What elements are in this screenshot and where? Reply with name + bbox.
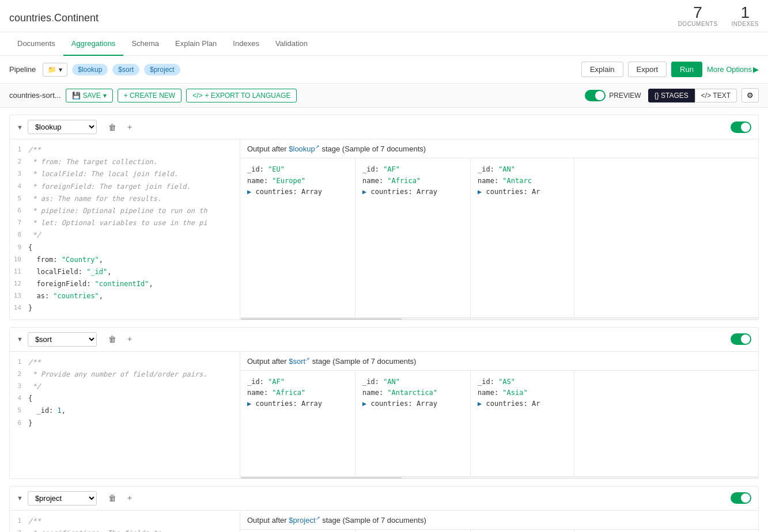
pipeline-name-left: countries-sort... 💾 SAVE ▾ + CREATE NEW … [9,89,297,102]
doc-card: _id: "EU" name: "Europe" ▶ countries: Ar… [240,158,355,317]
toolbar-right: Explain Export Run More Options ▶ [581,62,759,77]
save-dropdown-icon: ▾ [103,92,107,100]
export-button[interactable]: Export [628,62,667,77]
tab-explain-plan[interactable]: Explain Plan [167,32,225,56]
indexes-stat: 1 INDEXES [732,5,759,27]
stage-project-add[interactable]: ＋ [123,492,136,504]
documents-count: 7 [678,5,718,21]
pipeline-folder-button[interactable]: 📁 ▾ [43,63,67,77]
stage-sort-docs: _id: "AF" name: "Africa" ▶ countries: Ar… [240,371,758,476]
stage-lookup-collapse[interactable]: ▼ [17,124,23,131]
app-header: countries.Continent 7 DOCUMENTS 1 INDEXE… [0,0,768,32]
stage-lookup-container: ▼ $lookup 🗑 ＋ 1/** 2 * from: The target … [9,115,759,320]
stage-project-collapse[interactable]: ▼ [17,495,23,501]
stage-lookup-toggle[interactable] [731,121,751,133]
stage-lookup-output: Output after $lookup↗ stage (Sample of 7… [240,139,758,320]
stage-lookup-actions: 🗑 ＋ [106,121,136,134]
pipeline-label: Pipeline [9,65,36,74]
gear-icon: ⚙ [747,91,754,100]
pipeline-name-bar: countries-sort... 💾 SAVE ▾ + CREATE NEW … [0,83,768,108]
folder-icon: 📁 [48,66,56,74]
pipeline-name: countries-sort... [9,91,61,100]
toolbar: Pipeline 📁 ▾ $lookup $sort $project Expl… [0,56,768,83]
folder-dropdown-icon: ▾ [59,66,62,74]
stage-sort-output-header: Output after $sort↗ stage (Sample of 7 d… [240,352,758,371]
stage-lookup-editor[interactable]: 1/** 2 * from: The target collection. 3 … [10,139,240,320]
stage-badge-project[interactable]: $project [144,64,180,75]
text-label: TEXT [713,92,731,100]
save-button[interactable]: 💾 SAVE ▾ [66,89,113,102]
stage-project-output: Output after $project↗ stage (Sample of … [240,511,758,532]
tab-validation[interactable]: Validation [267,32,316,56]
stage-project-editor[interactable]: 1/** 2 * specifications: The fields to 3… [10,511,240,532]
doc-card: ▶ countries: Array continent: "Antarctic… [355,530,471,532]
stage-sort-container: ▼ $sort 🗑 ＋ 1/** 2 * Provide any number … [9,327,759,479]
stage-project-actions: 🗑 ＋ [106,492,136,504]
pipeline-name-right: PREVIEW {} STAGES </> TEXT ⚙ [585,88,759,102]
doc-card: _id: "AN" name: "Antarctica" ▶ countries… [355,371,471,476]
stage-badge-sort[interactable]: $sort [112,64,139,75]
toggle-knob[interactable] [585,90,606,101]
stage-project-header: ▼ $project 🗑 ＋ [10,487,758,511]
stage-lookup-docs: _id: "EU" name: "Europe" ▶ countries: Ar… [240,158,758,317]
doc-card: _id: "AF" name: "Africa" ▶ countries: Ar… [240,371,355,476]
indexes-label: INDEXES [732,21,759,27]
indexes-count: 1 [732,5,759,21]
export-icon: </> [192,92,202,100]
stage-sort-header: ▼ $sort 🗑 ＋ [10,328,758,352]
stage-project-container: ▼ $project 🗑 ＋ 1/** 2 * specifications: … [9,486,759,532]
stage-project-select[interactable]: $project [28,491,97,506]
stage-sort-toggle[interactable] [731,333,751,345]
stages-view-button[interactable]: {} STAGES [648,89,695,102]
text-view-button[interactable]: </> TEXT [695,89,737,102]
settings-button[interactable]: ⚙ [741,88,759,102]
tab-schema[interactable]: Schema [123,32,167,56]
stage-project-output-header: Output after $project↗ stage (Sample of … [240,511,758,530]
stage-sort-body: 1/** 2 * Provide any number of field/ord… [10,352,758,478]
tab-indexes[interactable]: Indexes [225,32,267,56]
stage-sort-output: Output after $sort↗ stage (Sample of 7 d… [240,352,758,478]
create-new-button[interactable]: + CREATE NEW [118,89,181,102]
more-options-icon: ▶ [753,65,759,74]
doc-card: ▶ countries: Ar continent: "/" [471,530,574,532]
documents-label: DOCUMENTS [678,21,718,27]
save-label: SAVE [83,92,101,100]
stage-lookup-output-header: Output after $lookup↗ stage (Sample of 7… [240,139,758,158]
doc-card: _id: "AS" name: "Asia" ▶ countries: Ar [471,371,574,476]
stages-icon: {} [654,92,659,100]
stage-project-body: 1/** 2 * specifications: The fields to 3… [10,511,758,532]
stage-sort-select[interactable]: $sort [28,332,97,347]
stage-sort-actions: 🗑 ＋ [106,333,136,345]
preview-label: PREVIEW [609,92,641,100]
view-mode-group: {} STAGES </> TEXT [648,89,737,102]
stage-lookup-delete[interactable]: 🗑 [106,121,119,133]
stage-lookup-select[interactable]: $lookup [28,120,97,134]
save-icon: 💾 [72,92,81,100]
toolbar-left: Pipeline 📁 ▾ $lookup $sort $project [9,63,180,77]
stage-project-toggle[interactable] [731,492,751,504]
run-button[interactable]: Run [671,62,702,77]
app-title-container: countries.Continent [9,12,99,24]
more-options-button[interactable]: More Options ▶ [707,65,759,74]
stage-project-docs: ▶ countries: Array continent: "Africa" ▶… [240,530,758,532]
stage-badge-lookup[interactable]: $lookup [72,64,108,75]
doc-card: _id: "AN" name: "Antarc ▶ countries: Ar [471,158,574,317]
stages-label: STAGES [661,92,688,100]
stage-sort-add[interactable]: ＋ [123,333,136,345]
tab-aggregations[interactable]: Aggregations [63,32,124,56]
preview-toggle[interactable]: PREVIEW [585,90,641,101]
stage-lookup-body: 1/** 2 * from: The target collection. 3 … [10,139,758,320]
tab-documents[interactable]: Documents [9,32,63,56]
collection-name: Continent [54,12,99,24]
stage-lookup-add[interactable]: ＋ [123,121,136,134]
create-label: + CREATE NEW [124,92,175,100]
stage-sort-delete[interactable]: 🗑 [106,333,119,345]
stage-project-delete[interactable]: 🗑 [106,492,119,504]
export-to-language-button[interactable]: </> + EXPORT TO LANGUAGE [186,89,297,102]
explain-button[interactable]: Explain [581,62,623,77]
stage-sort-collapse[interactable]: ▼ [17,336,23,343]
export-label: + EXPORT TO LANGUAGE [205,92,291,100]
db-name: countries [9,12,51,24]
stage-sort-editor[interactable]: 1/** 2 * Provide any number of field/ord… [10,352,240,478]
doc-card: _id: "AF" name: "Africa" ▶ countries: Ar… [355,158,471,317]
